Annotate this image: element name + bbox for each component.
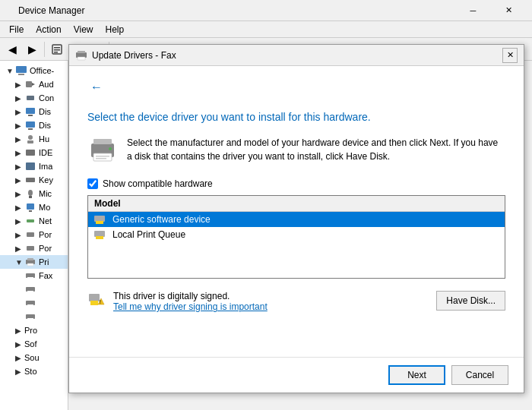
svg-rect-53 (96, 158, 106, 159)
model-column-header: Model (88, 196, 505, 212)
svg-rect-14 (16, 66, 27, 73)
tree-item-pri-sub3[interactable] (0, 296, 68, 310)
svg-rect-5 (54, 49, 60, 51)
window-controls: ─ ✕ (456, 3, 526, 18)
menu-help[interactable]: Help (100, 23, 131, 36)
tree-item-sto[interactable]: ▶ Sto (0, 364, 68, 378)
menu-view[interactable]: View (68, 23, 100, 36)
svg-rect-34 (27, 246, 34, 251)
dialog-title-area: Update Drivers - Fax (75, 50, 502, 61)
model-item-generic[interactable]: Generic software device (88, 212, 505, 227)
model-listbox[interactable]: Model Generic software device (87, 195, 505, 279)
svg-rect-47 (78, 51, 85, 53)
model-icon-localprint (94, 229, 108, 240)
svg-rect-0 (13, 2, 18, 8)
main-area: ▼ Office- ▶ Aud ▶ Con ▶ Dis ▶ Dis (0, 61, 532, 410)
menu-file[interactable]: File (3, 23, 30, 36)
tree-item-pri-sub1[interactable]: Fax (0, 269, 68, 282)
svg-rect-22 (28, 128, 33, 130)
model-item-localprint[interactable]: Local Print Queue (88, 227, 505, 242)
tree-item-dis1[interactable]: ▶ Dis (0, 105, 68, 118)
dialog-close-button[interactable]: ✕ (502, 48, 518, 63)
tree-item-pri[interactable]: ▼ Pri (0, 255, 68, 269)
svg-rect-50 (93, 139, 112, 144)
properties-toolbar-button[interactable] (48, 40, 66, 58)
menubar: File Action View Help (0, 21, 532, 38)
tree-item-sof[interactable]: ▶ Sof (0, 337, 68, 351)
tree-item-mic[interactable]: ▶ Mic (0, 187, 68, 200)
svg-point-28 (28, 190, 33, 196)
svg-marker-17 (32, 83, 35, 86)
tree-item-ima[interactable]: ▶ Ima (0, 159, 68, 173)
tree-root-label: Office- (30, 66, 54, 75)
tree-item-net[interactable]: ▶ Net (0, 214, 68, 228)
svg-rect-52 (96, 156, 109, 157)
svg-rect-26 (26, 162, 35, 170)
tree-item-pro[interactable]: ▶ Pro (0, 323, 68, 337)
compatible-hardware-row: Show compatible hardware (87, 178, 505, 189)
svg-rect-33 (27, 232, 34, 237)
svg-rect-21 (26, 121, 35, 128)
menu-action[interactable]: Action (30, 23, 67, 36)
tree-item-con[interactable]: ▶ Con (0, 91, 68, 105)
svg-text:!: ! (100, 299, 101, 304)
svg-rect-20 (28, 115, 33, 116)
model-icon-generic (94, 214, 108, 225)
dialog-title-text: Update Drivers - Fax (92, 50, 176, 61)
minimize-button[interactable]: ─ (456, 3, 490, 18)
model-label-localprint: Local Print Queue (112, 229, 185, 240)
svg-point-23 (28, 135, 33, 140)
tree-root[interactable]: ▼ Office- (0, 64, 68, 77)
svg-rect-41 (27, 291, 33, 293)
svg-rect-55 (94, 216, 105, 222)
back-navigation: ← (87, 78, 505, 102)
tree-item-dis2[interactable]: ▶ Dis (0, 118, 68, 132)
computer-icon (15, 65, 27, 76)
svg-rect-24 (27, 140, 33, 144)
cancel-button[interactable]: Cancel (451, 365, 508, 385)
device-tree-sidebar: ▼ Office- ▶ Aud ▶ Con ▶ Dis ▶ Dis (0, 61, 68, 410)
svg-rect-45 (27, 318, 33, 320)
tree-item-mo[interactable]: ▶ Mo (0, 200, 68, 214)
tree-item-sou[interactable]: ▶ Sou (0, 351, 68, 364)
signed-text: This driver is digitally signed. (113, 291, 268, 301)
next-button[interactable]: Next (388, 365, 445, 385)
window-title: Device Manager (18, 5, 456, 16)
signed-and-havedisk-area: ! This driver is digitally signed. Tell … (87, 291, 505, 318)
show-compatible-checkbox[interactable] (87, 178, 98, 189)
tree-item-ide[interactable]: ▶ IDE (0, 146, 68, 159)
svg-rect-48 (78, 57, 85, 60)
tree-item-pri-sub2[interactable] (0, 282, 68, 296)
titlebar: Device Manager ─ ✕ (0, 0, 532, 21)
svg-rect-15 (18, 74, 24, 75)
have-disk-button[interactable]: Have Disk... (436, 291, 505, 311)
signed-area: ! This driver is digitally signed. Tell … (87, 291, 268, 312)
svg-rect-36 (27, 258, 33, 260)
dialog-titlebar: Update Drivers - Fax ✕ (69, 45, 524, 66)
expand-icon: ▼ (6, 67, 15, 75)
svg-rect-6 (54, 52, 58, 53)
svg-rect-58 (96, 236, 103, 239)
tree-item-por1[interactable]: ▶ Por (0, 228, 68, 241)
forward-toolbar-button[interactable]: ▶ (23, 40, 41, 58)
tree-item-pri-sub4[interactable] (0, 310, 68, 323)
back-button[interactable]: ← (87, 78, 106, 96)
back-toolbar-button[interactable]: ◀ (3, 40, 21, 58)
tree-item-hu[interactable]: ▶ Hu (0, 132, 68, 146)
signed-icon: ! (87, 291, 106, 309)
printer-icon (87, 136, 118, 163)
compatible-hardware-label[interactable]: Show compatible hardware (103, 178, 213, 189)
svg-rect-29 (29, 196, 32, 198)
svg-rect-25 (26, 150, 35, 156)
close-button[interactable]: ✕ (492, 3, 526, 18)
tree-item-key[interactable]: ▶ Key (0, 173, 68, 187)
signing-info-link[interactable]: Tell me why driver signing is important (113, 301, 268, 312)
model-label-generic: Generic software device (112, 214, 211, 225)
tree-item-audio[interactable]: ▶ Aud (0, 77, 68, 91)
svg-rect-32 (27, 219, 34, 222)
tree-item-por2[interactable]: ▶ Por (0, 241, 68, 255)
svg-rect-19 (26, 108, 35, 114)
fax-title-icon (75, 50, 87, 61)
app-icon (6, 0, 18, 21)
toolbar-separator-1 (44, 42, 45, 57)
